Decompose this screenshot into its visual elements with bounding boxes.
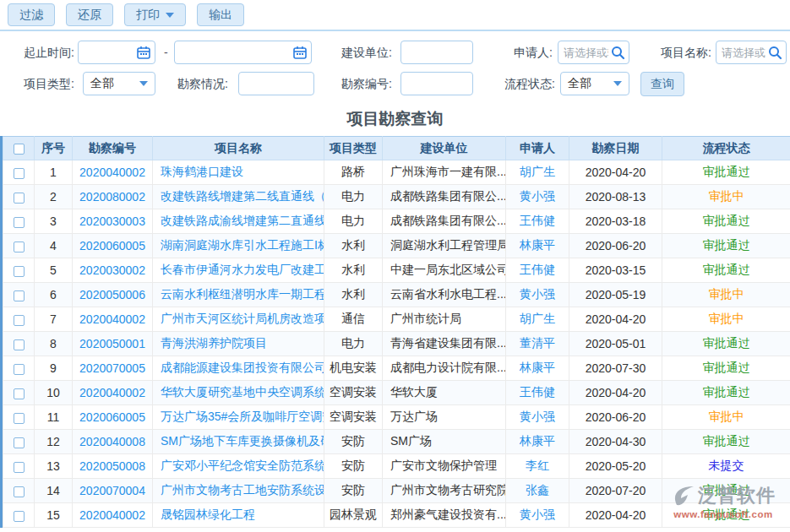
cell-survey-date: 2020-06-20	[569, 405, 662, 430]
row-checkbox[interactable]	[14, 339, 25, 350]
output-button[interactable]: 输出	[197, 3, 244, 26]
status-badge: 审批通过	[703, 165, 750, 178]
cell-build-unit: 华软大厦	[383, 381, 506, 405]
cell-build-unit: 云南省水利水电工程...	[383, 283, 506, 307]
applicant-link[interactable]: 张鑫	[526, 483, 549, 497]
row-checkbox[interactable]	[14, 290, 25, 301]
project-name-link[interactable]: 晟铭园林绿化工程	[161, 508, 255, 521]
cell-applicant: 胡广生	[506, 160, 569, 185]
col-header-build-unit: 建设单位	[383, 137, 506, 160]
project-name-link[interactable]: 珠海鹤港口建设	[161, 165, 243, 178]
table-row: 10 2020040002 华软大厦研究基地中央空调系统工 空调安装 华软大厦 …	[3, 381, 790, 405]
survey-code-link[interactable]: 2020030003	[79, 214, 145, 228]
survey-code-link[interactable]: 2020040002	[79, 386, 145, 399]
chevron-down-icon	[613, 81, 622, 86]
project-name-link[interactable]: 广州市文物考古工地安防系统设备	[161, 483, 324, 497]
row-checkbox[interactable]	[14, 315, 25, 326]
survey-code-link[interactable]: 2020060005	[79, 410, 145, 424]
applicant-link[interactable]: 林康平	[520, 238, 555, 252]
table-row: 1 2020040002 珠海鹤港口建设 路桥 广州珠海市一建有限... 胡广生…	[3, 160, 790, 185]
row-checkbox[interactable]	[14, 388, 25, 399]
project-name-link[interactable]: 万达广场35#会所及咖啡厅空调安	[161, 410, 324, 423]
row-checkbox[interactable]	[14, 413, 25, 424]
applicant-link[interactable]: 李红	[526, 459, 549, 472]
cell-applicant: 黄小强	[506, 503, 569, 528]
results-table: 序号 勘察编号 项目名称 项目类型 建设单位 申请人 勘察日期 流程状态 1 2…	[3, 136, 790, 528]
filter-button[interactable]: 过滤	[8, 3, 55, 26]
cell-project-type: 水利	[324, 283, 383, 307]
results-table-wrap: 序号 勘察编号 项目名称 项目类型 建设单位 申请人 勘察日期 流程状态 1 2…	[0, 136, 790, 528]
project-name-link[interactable]: 青海洪湖养护院项目	[161, 336, 267, 350]
applicant-link[interactable]: 黄小强	[520, 287, 555, 301]
search-icon[interactable]	[610, 45, 625, 60]
project-name-link[interactable]: 湖南洞庭湖水库引水工程施工I标	[161, 238, 324, 252]
applicant-link[interactable]: 胡广生	[520, 312, 555, 325]
project-name-link[interactable]: SM广场地下车库更换摄像机及硬	[161, 434, 324, 448]
date-to-field-wrap	[174, 41, 312, 64]
select-all-checkbox[interactable]	[14, 144, 25, 155]
cell-no: 13	[35, 454, 73, 479]
survey-code-link[interactable]: 2020050001	[79, 337, 145, 350]
build-unit-input[interactable]	[400, 41, 473, 64]
flow-status-select[interactable]: 全部	[560, 72, 629, 95]
status-badge: 审批通过	[703, 508, 750, 521]
project-name-link[interactable]: 改建铁路线增建第二线直通线（反	[161, 189, 324, 203]
applicant-link[interactable]: 胡广生	[520, 165, 555, 178]
row-checkbox[interactable]	[14, 437, 25, 448]
survey-code-link[interactable]: 2020030002	[79, 263, 145, 277]
status-badge: 未提交	[709, 459, 744, 472]
applicant-link[interactable]: 王伟健	[520, 214, 555, 227]
calendar-icon[interactable]	[136, 45, 151, 60]
applicant-link[interactable]: 黄小强	[520, 410, 555, 423]
applicant-link[interactable]: 董清平	[520, 336, 555, 350]
survey-code-link[interactable]: 2020060005	[79, 239, 145, 252]
applicant-link[interactable]: 王伟健	[520, 263, 555, 276]
survey-code-link[interactable]: 2020050008	[79, 459, 145, 473]
project-name-link[interactable]: 云南水利枢纽潜明水库一期工程施	[161, 287, 324, 301]
row-checkbox[interactable]	[14, 217, 25, 228]
survey-code-link[interactable]: 2020080002	[79, 190, 145, 204]
survey-code-link[interactable]: 2020040008	[79, 435, 145, 448]
survey-code-link[interactable]: 2020050006	[79, 288, 145, 301]
applicant-link[interactable]: 林康平	[520, 361, 555, 374]
row-checkbox[interactable]	[14, 462, 25, 473]
restore-button[interactable]: 还原	[66, 3, 113, 26]
row-checkbox[interactable]	[14, 486, 25, 497]
cell-project-name: 珠海鹤港口建设	[153, 160, 324, 185]
query-button[interactable]: 查询	[640, 72, 684, 96]
applicant-link[interactable]: 王伟健	[520, 385, 555, 399]
project-type-select[interactable]: 全部	[83, 72, 155, 95]
search-icon[interactable]	[767, 45, 782, 60]
survey-status-input[interactable]	[238, 72, 314, 95]
row-checkbox[interactable]	[14, 193, 25, 204]
row-checkbox[interactable]	[14, 242, 25, 252]
project-name-link[interactable]: 长春市伊通河水力发电厂改建工程	[161, 263, 324, 276]
project-name-link[interactable]: 广州市天河区统计局机房改造项目	[161, 312, 324, 325]
applicant-link[interactable]: 黄小强	[520, 189, 555, 203]
project-name-link[interactable]: 成都能源建设集团投资有限公司临	[161, 361, 324, 374]
row-checkbox[interactable]	[14, 364, 25, 375]
table-row: 3 2020030003 改建铁路成渝线增建第二直通线 电力 成都铁路集团有限公…	[3, 209, 790, 234]
row-checkbox[interactable]	[14, 168, 25, 179]
col-header-survey-code: 勘察编号	[73, 137, 153, 160]
date-to-input[interactable]	[174, 41, 312, 64]
project-name-link[interactable]: 改建铁路成渝线增建第二直通线	[161, 214, 324, 227]
survey-code-link[interactable]: 2020040002	[79, 166, 145, 179]
flow-status-label: 流程状态:	[493, 72, 555, 95]
survey-code-input[interactable]	[400, 72, 473, 95]
table-row: 4 2020060005 湖南洞庭湖水库引水工程施工I标 水利 洞庭湖水利工程管…	[3, 234, 790, 258]
cell-survey-code: 2020050006	[73, 283, 153, 307]
survey-code-link[interactable]: 2020040002	[79, 508, 145, 522]
project-name-link[interactable]: 广安邓小平纪念馆安全防范系统维	[161, 459, 324, 472]
survey-code-link[interactable]: 2020070004	[79, 484, 145, 497]
survey-code-link[interactable]: 2020070005	[79, 361, 145, 375]
project-name-link[interactable]: 华软大厦研究基地中央空调系统工	[161, 385, 324, 399]
print-button[interactable]: 打印	[124, 3, 186, 26]
applicant-label: 申请人:	[504, 41, 553, 64]
survey-code-link[interactable]: 2020040002	[79, 312, 145, 326]
row-checkbox[interactable]	[14, 511, 25, 522]
calendar-icon[interactable]	[292, 45, 308, 60]
applicant-link[interactable]: 林康平	[520, 434, 555, 448]
applicant-link[interactable]: 黄小强	[520, 508, 555, 521]
row-checkbox[interactable]	[14, 266, 25, 277]
